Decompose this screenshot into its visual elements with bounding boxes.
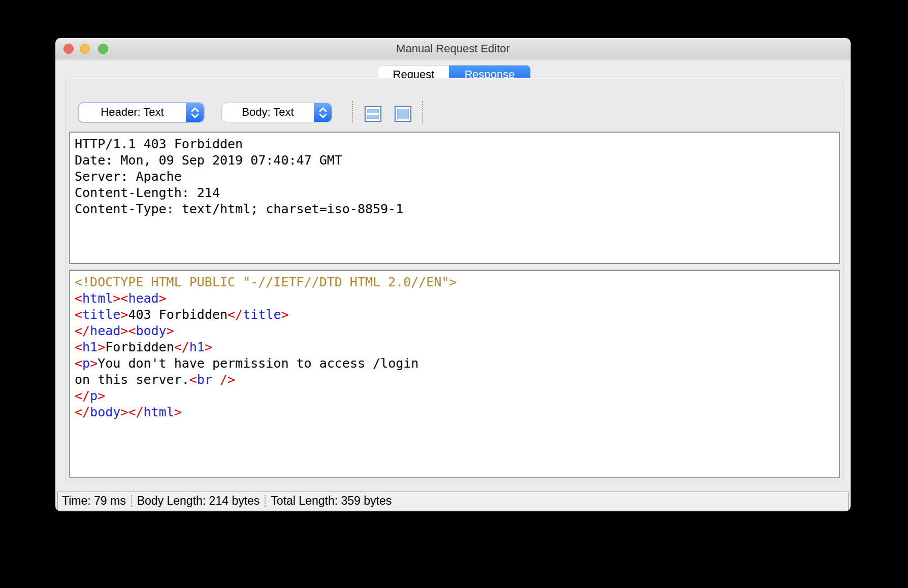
status-time: Time: 79 ms — [62, 494, 131, 508]
window-title: Manual Request Editor — [55, 38, 851, 59]
body-view-select[interactable]: Body: Text — [222, 103, 332, 122]
manual-request-editor-window: Manual Request Editor Request Response H… — [55, 38, 851, 511]
status-body-length: Body Length: 214 bytes — [132, 494, 265, 508]
single-view-icon[interactable] — [395, 106, 411, 122]
header-view-select-value: Header: Text — [79, 103, 186, 122]
header-view-select[interactable]: Header: Text — [79, 103, 204, 122]
chevron-up-down-icon — [314, 103, 332, 122]
single-view-icon-fill — [397, 109, 409, 119]
toolbar-separator — [352, 101, 353, 123]
split-view-icon-bar — [367, 115, 379, 119]
title-bar[interactable]: Manual Request Editor — [55, 38, 851, 59]
response-panel: Header: Text Body: Text — [65, 78, 844, 482]
status-bar: Time: 79 ms Body Length: 214 bytes Total… — [57, 492, 849, 510]
split-view-icon[interactable] — [365, 106, 381, 122]
chevron-up-down-icon — [186, 103, 204, 122]
response-header-textarea[interactable]: HTTP/1.1 403 ForbiddenDate: Mon, 09 Sep … — [69, 132, 840, 264]
status-total-length: Total Length: 359 bytes — [266, 494, 397, 508]
toolbar-separator — [422, 101, 423, 123]
body-view-select-value: Body: Text — [222, 103, 314, 122]
response-body-textarea[interactable]: <!DOCTYPE HTML PUBLIC "-//IETF//DTD HTML… — [69, 270, 840, 478]
split-view-icon-bar — [367, 109, 379, 113]
